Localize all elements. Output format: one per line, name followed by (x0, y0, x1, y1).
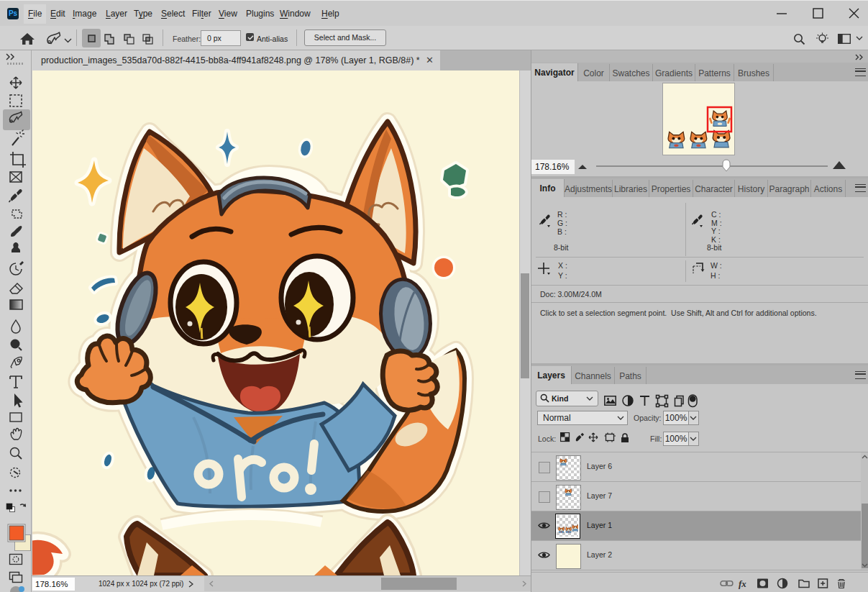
svg-text:fx: fx (739, 578, 746, 589)
